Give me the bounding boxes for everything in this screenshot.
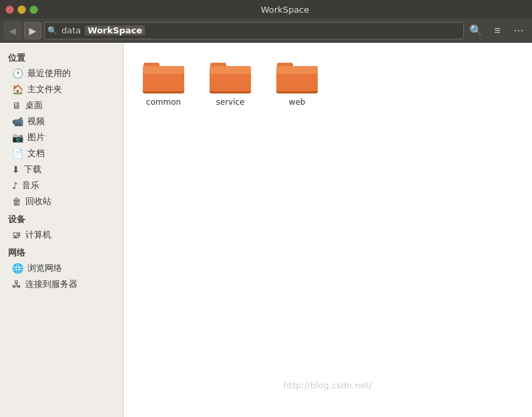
- toolbar-actions: 🔍 ≡ ⋯: [467, 21, 528, 40]
- path-folder-icon: 🔍: [47, 26, 57, 35]
- menu-icon: ≡: [494, 25, 500, 37]
- forward-icon: ▶: [29, 25, 37, 36]
- sidebar-item-label-computer: 计算机: [25, 229, 51, 241]
- sidebar: 位置🕐最近使用的🏠主文件夹🖥桌面📹视频📷图片📄文档⬇下载♪音乐🗑回收站设备🖳计算…: [0, 43, 123, 417]
- forward-button[interactable]: ▶: [24, 22, 41, 39]
- sidebar-item-music[interactable]: ♪音乐: [0, 177, 123, 193]
- path-segment-workspace[interactable]: WorkSpace: [85, 25, 145, 35]
- browse-network-icon: 🌐: [12, 263, 23, 274]
- file-grid: commonserviceweb: [137, 56, 519, 109]
- music-icon: ♪: [12, 180, 18, 191]
- sidebar-item-label-desktop: 桌面: [25, 99, 43, 111]
- search-icon: 🔍: [469, 24, 483, 37]
- grid-icon: ⋯: [513, 24, 524, 37]
- common-folder-icon: [142, 59, 185, 95]
- sidebar-item-label-home: 主文件夹: [27, 83, 62, 95]
- file-item-web[interactable]: web: [270, 56, 324, 109]
- web-folder-icon: [276, 59, 318, 95]
- sidebar-item-browse-network[interactable]: 🌐浏览网络: [0, 260, 123, 276]
- file-label-common: common: [146, 97, 181, 107]
- sidebar-item-label-recent: 最近使用的: [27, 67, 71, 79]
- main-layout: 位置🕐最近使用的🏠主文件夹🖥桌面📹视频📷图片📄文档⬇下载♪音乐🗑回收站设备🖳计算…: [0, 43, 532, 417]
- watermark: http://blog.csdn.net/: [284, 380, 372, 390]
- computer-icon: 🖳: [12, 230, 21, 240]
- sidebar-item-label-downloads: 下载: [24, 163, 41, 175]
- trash-icon: 🗑: [12, 196, 21, 207]
- svg-rect-11: [276, 66, 318, 74]
- sidebar-item-home[interactable]: 🏠主文件夹: [0, 81, 123, 97]
- sidebar-item-connect-server[interactable]: 🖧连接到服务器: [0, 276, 123, 292]
- window-title: WorkSpace: [43, 5, 527, 15]
- minimize-button[interactable]: [17, 5, 26, 14]
- connect-server-icon: 🖧: [12, 279, 21, 290]
- sidebar-item-label-browse-network: 浏览网络: [27, 262, 62, 274]
- file-item-service[interactable]: service: [204, 56, 257, 109]
- sidebar-item-label-pictures: 图片: [27, 131, 45, 143]
- sidebar-item-label-documents: 文档: [27, 147, 45, 159]
- search-button[interactable]: 🔍: [467, 21, 485, 40]
- file-item-common[interactable]: common: [137, 56, 190, 109]
- back-icon: ◀: [9, 25, 17, 36]
- sidebar-item-recent[interactable]: 🕐最近使用的: [0, 65, 123, 81]
- svg-rect-3: [143, 66, 184, 74]
- sidebar-section-title-设备: 设备: [0, 210, 123, 227]
- toolbar: ◀ ▶ 🔍 data WorkSpace 🔍 ≡ ⋯: [0, 19, 532, 43]
- close-button[interactable]: [5, 5, 14, 14]
- sidebar-item-trash[interactable]: 🗑回收站: [0, 193, 123, 210]
- titlebar: WorkSpace: [0, 0, 532, 19]
- window-controls: [5, 5, 38, 14]
- path-bar: 🔍 data WorkSpace: [44, 22, 464, 39]
- sidebar-item-computer[interactable]: 🖳计算机: [0, 227, 123, 243]
- grid-button[interactable]: ⋯: [509, 21, 528, 40]
- documents-icon: 📄: [12, 148, 23, 159]
- file-label-web: web: [289, 97, 306, 107]
- downloads-icon: ⬇: [12, 164, 20, 175]
- maximize-button[interactable]: [29, 5, 38, 14]
- home-icon: 🏠: [12, 84, 23, 95]
- svg-rect-7: [210, 66, 251, 74]
- back-button[interactable]: ◀: [4, 22, 21, 39]
- sidebar-section-title-网络: 网络: [0, 243, 123, 260]
- file-label-service: service: [216, 97, 245, 107]
- file-area: commonserviceweb http://blog.csdn.net/: [123, 43, 532, 417]
- sidebar-section-title-位置: 位置: [0, 48, 123, 65]
- sidebar-item-video[interactable]: 📹视频: [0, 113, 123, 129]
- service-folder-icon: [209, 59, 252, 95]
- sidebar-item-downloads[interactable]: ⬇下载: [0, 161, 123, 177]
- desktop-icon: 🖥: [12, 100, 21, 111]
- pictures-icon: 📷: [12, 132, 23, 143]
- sidebar-item-label-music: 音乐: [22, 179, 39, 191]
- sidebar-item-pictures[interactable]: 📷图片: [0, 129, 123, 145]
- sidebar-item-label-video: 视频: [27, 115, 45, 127]
- menu-button[interactable]: ≡: [488, 21, 507, 40]
- sidebar-item-documents[interactable]: 📄文档: [0, 145, 123, 161]
- path-segment-data[interactable]: data: [59, 25, 83, 35]
- sidebar-item-label-trash: 回收站: [25, 195, 51, 207]
- video-icon: 📹: [12, 116, 23, 127]
- sidebar-item-desktop[interactable]: 🖥桌面: [0, 97, 123, 113]
- sidebar-item-label-connect-server: 连接到服务器: [25, 278, 77, 290]
- recent-icon: 🕐: [12, 68, 23, 79]
